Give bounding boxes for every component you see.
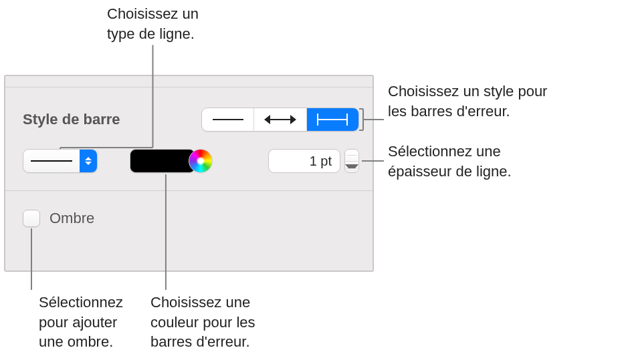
color-well[interactable] xyxy=(130,149,195,173)
shadow-checkbox[interactable] xyxy=(23,210,40,227)
stepper-down[interactable] xyxy=(345,162,358,173)
line-type-preview xyxy=(23,150,80,172)
line-thickness-stepper[interactable] xyxy=(344,149,359,173)
line-glyph-icon xyxy=(213,119,243,120)
callout-bar-style: Choisissez un style pour les barres d'er… xyxy=(388,81,547,121)
stepper-up[interactable] xyxy=(345,150,358,162)
error-bar-style-segmented[interactable] xyxy=(201,108,359,132)
section-title-bar-style: Style de barre xyxy=(23,111,120,128)
callout-line-type: Choisissez un type de ligne. xyxy=(107,4,199,43)
shadow-label: Ombre xyxy=(49,210,94,227)
callout-thickness: Sélectionnez une épaisseur de ligne. xyxy=(388,142,512,181)
error-bar-style-line[interactable] xyxy=(202,108,254,131)
bar-style-panel: Style de barre xyxy=(4,75,374,272)
t-cap-icon xyxy=(317,114,348,126)
diamond-cap-icon xyxy=(265,115,296,124)
callout-color: Choisissez une couleur pour les barres d… xyxy=(150,293,255,352)
color-picker-button[interactable] xyxy=(189,149,213,173)
updown-chevron-icon xyxy=(80,150,97,172)
line-type-dropdown[interactable] xyxy=(23,149,98,173)
line-thickness-field[interactable]: 1 pt xyxy=(268,149,340,173)
error-bar-style-diamond[interactable] xyxy=(254,108,306,131)
error-bar-style-tcap[interactable] xyxy=(307,108,358,131)
callout-shadow: Sélectionnez pour ajouter une ombre. xyxy=(39,293,123,352)
